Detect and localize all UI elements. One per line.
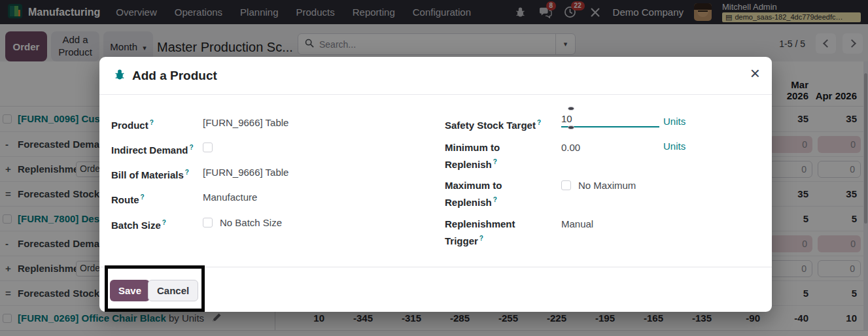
help-icon[interactable]: ? <box>150 119 154 126</box>
field-label-indirect-demand: Indirect Demand? <box>111 141 194 158</box>
field-label-bill-of-materials: Bill of Materials? <box>111 165 189 182</box>
bom-value[interactable]: [FURN_9666] Table <box>203 165 288 180</box>
help-icon[interactable]: ? <box>162 219 166 226</box>
no-batch-size-label: No Batch Size <box>220 217 282 229</box>
cancel-button[interactable]: Cancel <box>148 280 198 301</box>
help-icon[interactable]: ? <box>537 119 541 126</box>
field-label-product: Product? <box>111 116 154 133</box>
field-label-replenishment-trigger: Replenishment Trigger? <box>445 217 515 248</box>
footer-divider <box>99 267 772 267</box>
units-link[interactable]: Units <box>663 116 686 127</box>
add-product-dialog: Add a Product × Product? [FURN_9666] Tab… <box>99 57 772 312</box>
replenishment-trigger-value[interactable]: Manual <box>561 217 593 231</box>
selection-handle-bottom[interactable] <box>568 126 574 129</box>
screen: Manufacturing OverviewOperationsPlanning… <box>0 0 868 336</box>
selection-handle-top[interactable] <box>568 107 574 110</box>
route-value[interactable]: Manufacture <box>203 190 257 205</box>
safety-stock-target-input[interactable] <box>561 110 659 127</box>
help-icon[interactable]: ? <box>479 235 483 242</box>
field-label-minimum-to-replenish: Minimum to Replenish? <box>445 141 500 172</box>
field-label-batch-size: Batch Size? <box>111 216 166 233</box>
field-label-maximum-to-replenish: Maximum to Replenish? <box>445 178 502 210</box>
no-batch-size-checkbox[interactable] <box>203 218 213 227</box>
save-button[interactable]: Save <box>110 280 150 301</box>
field-label-route: Route? <box>111 190 145 207</box>
help-icon[interactable]: ? <box>141 193 145 201</box>
help-icon[interactable]: ? <box>493 196 497 203</box>
help-icon[interactable]: ? <box>190 144 194 151</box>
indirect-demand-checkbox[interactable] <box>203 143 213 152</box>
bug-icon <box>114 69 126 83</box>
no-maximum-checkbox[interactable] <box>561 180 571 190</box>
close-icon[interactable]: × <box>750 65 760 82</box>
product-value[interactable]: [FURN_9666] Table <box>203 116 288 130</box>
dialog-title: Add a Product <box>132 69 217 83</box>
help-icon[interactable]: ? <box>493 158 497 165</box>
units-link[interactable]: Units <box>663 141 686 152</box>
field-label-safety-stock-target: Safety Stock Target? <box>445 116 541 133</box>
minimum-to-replenish-value[interactable]: 0.00 <box>561 141 580 155</box>
help-icon[interactable]: ? <box>185 169 189 176</box>
dialog-header: Add a Product × <box>99 57 772 95</box>
no-maximum-label: No Maximum <box>578 180 636 192</box>
